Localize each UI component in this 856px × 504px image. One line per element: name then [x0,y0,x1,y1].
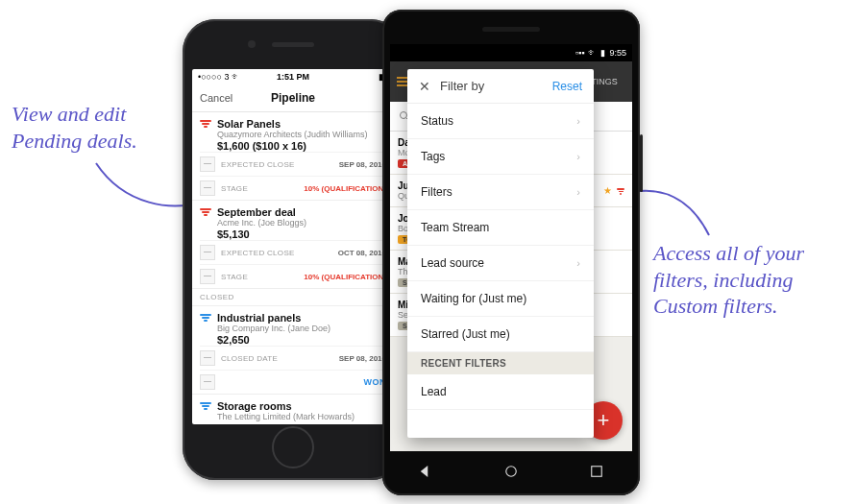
funnel-icon [200,314,211,325]
deal-subtitle: The Letting Limited (Mark Howards) [217,412,386,421]
iphone-camera [248,40,256,48]
deal-row[interactable]: Storage rooms The Letting Limited (Mark … [192,395,394,424]
page-title: Pipeline [192,91,394,105]
deal-row[interactable]: Industrial panels Big Company Inc. (Jane… [192,306,394,395]
filter-option-label: Lead source [421,256,484,270]
home-icon[interactable] [502,463,520,480]
funnel-icon [617,188,624,195]
deal-meta-row[interactable]: EXPECTED CLOSE SEP 08, 2016 [200,152,386,176]
deal-meta-row[interactable]: STAGE 10% (QUALIFICATION) [200,264,386,288]
iphone-device: •○○○○ 3 ᯤ 1:51 PM ▮▮ Cancel Pipeline Sol… [183,19,404,480]
filter-option[interactable]: Filters › [407,175,594,210]
deal-meta-row[interactable]: CLOSED DATE SEP 08, 2016 [200,346,386,370]
annotation-left: View and edit Pending deals. [12,101,184,154]
annotation-right: Access all of your filters, including Cu… [653,240,845,320]
filter-option-label: Tags [421,150,445,163]
deal-meta-row[interactable]: WON [200,370,386,394]
iphone-home-button[interactable] [272,426,314,468]
battery-icon: ▮ [600,48,605,58]
meta-swatch [200,245,215,260]
reset-button[interactable]: Reset [552,80,582,93]
android-status-bar: ▫▪▪ ᯤ ▮ 9:55 [390,44,632,61]
deal-meta-row[interactable]: EXPECTED CLOSE OCT 08, 2016 [200,240,386,264]
deal-subtitle: Acme Inc. (Joe Bloggs) [217,218,386,228]
filter-option-label: Waiting for (Just me) [421,292,526,305]
deal-amount: $2,650 [217,334,386,346]
meta-label: STAGE [221,273,248,281]
nexus-screen: ▫▪▪ ᯤ ▮ 9:55 STREAMCONTACTSSETTINGS All … [390,44,632,451]
meta-value: OCT 08, 2016 [338,249,386,257]
filter-option-label: Team Stream [421,221,489,234]
filter-option-label: Status [421,114,453,128]
funnel-icon [200,402,211,414]
meta-swatch [200,269,215,284]
deal-subtitle: Big Company Inc. (Jane Doe) [217,324,386,333]
nexus-power-button[interactable] [640,134,643,192]
svg-rect-1 [592,467,602,477]
iphone-screen: •○○○○ 3 ᯤ 1:51 PM ▮▮ Cancel Pipeline Sol… [192,69,394,424]
deal-name: Industrial panels [217,312,386,324]
meta-swatch [200,156,215,172]
deal-amount: $5,130 [217,228,386,240]
ios-status-time: 1:51 PM [192,72,394,82]
deal-row[interactable]: Solar Panels Quazymore Architects (Judit… [192,112,394,201]
ios-nav-bar: Cancel Pipeline [192,84,394,112]
meta-label: EXPECTED CLOSE [221,160,295,169]
deal-list[interactable]: Solar Panels Quazymore Architects (Judit… [192,112,394,424]
deal-name: September deal [217,206,386,218]
meta-swatch [200,374,215,390]
star-icon: ★ [603,185,612,196]
deal-meta-row[interactable]: STAGE 10% (QUALIFICATION) [200,176,386,200]
chevron-right-icon: › [576,186,580,198]
deal-amount: $800 [217,422,386,424]
deal-subtitle: Quazymore Architects (Judith Williams) [217,130,386,139]
filter-option[interactable]: Waiting for (Just me) [407,281,594,317]
recent-filters-header: RECENT FILTERS [407,352,594,374]
filter-option-label: Starred (Just me) [421,327,510,341]
dialog-header: ✕ Filter by Reset [407,69,594,104]
chevron-right-icon: › [576,257,580,269]
meta-value: 10% (QUALIFICATION) [304,184,386,193]
meta-label: CLOSED DATE [221,354,278,363]
svg-point-0 [506,467,517,477]
iphone-speaker [272,42,314,47]
filter-option-label: Filters [421,185,452,199]
deal-row[interactable]: September deal Acme Inc. (Joe Bloggs) $5… [192,201,394,289]
meta-swatch [200,350,215,366]
dialog-title: Filter by [440,79,484,93]
filter-option[interactable]: Starred (Just me) [407,317,594,352]
funnel-icon [200,120,211,132]
android-nav-bar [382,457,640,486]
filter-dialog: ✕ Filter by Reset Status › Tags › Filter… [407,69,594,438]
meta-value: SEP 08, 2016 [339,354,386,363]
filter-option[interactable]: Lead [407,374,594,410]
funnel-icon [200,208,211,220]
chevron-right-icon: › [576,115,580,127]
filter-option[interactable]: Status › [407,104,594,139]
close-icon[interactable]: ✕ [419,80,430,93]
meta-value: 10% (QUALIFICATION) [304,273,386,281]
nexus-speaker [482,27,540,32]
meta-value: SEP 08, 2016 [339,160,386,169]
filter-option[interactable]: Team Stream [407,210,594,246]
chevron-right-icon: › [576,151,580,162]
meta-label: EXPECTED CLOSE [221,249,295,257]
filter-option[interactable]: Tags › [407,139,594,175]
deal-name: Storage rooms [217,400,386,412]
nexus-device: ▫▪▪ ᯤ ▮ 9:55 STREAMCONTACTSSETTINGS All … [382,10,640,495]
deal-name: Solar Panels [217,118,386,130]
filter-option-label: Lead [421,385,447,398]
section-closed-header: CLOSED [192,289,394,306]
recents-icon[interactable] [588,463,605,480]
android-status-time: 9:55 [609,48,626,58]
meta-swatch [200,180,215,196]
svg-point-2 [401,112,407,119]
signal-icon: ▫▪▪ [575,48,585,58]
back-icon[interactable] [417,463,434,480]
ios-status-bar: •○○○○ 3 ᯤ 1:51 PM ▮▮ [192,69,394,84]
filter-option[interactable]: Lead source › [407,246,594,281]
meta-label: STAGE [221,184,248,193]
deal-amount: $1,600 ($100 x 16) [217,140,386,152]
wifi-icon: ᯤ [588,48,597,58]
dialog-list[interactable]: Status › Tags › Filters › Team Stream Le… [407,104,594,438]
